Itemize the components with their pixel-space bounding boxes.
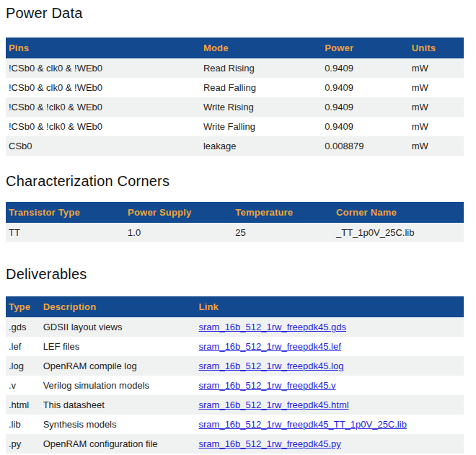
cell-description: OpenRAM compile log xyxy=(40,356,196,376)
table-row: .pyOpenRAM configuration filesram_16b_51… xyxy=(6,434,464,454)
cell-description: Synthesis models xyxy=(40,415,196,434)
cell-mode: leakage xyxy=(200,136,322,156)
cell-corner-name: _TT_1p0V_25C.lib xyxy=(333,223,464,242)
cell-mode: Write Falling xyxy=(200,117,322,136)
cell-mode: Read Falling xyxy=(200,78,322,97)
cell-type: .v xyxy=(6,376,40,395)
cell-pins: !CSb0 & clk0 & !WEb0 xyxy=(6,58,200,78)
cell-description: LEF files xyxy=(40,337,196,356)
cell-link: sram_16b_512_1rw_freepdk45.log xyxy=(196,356,464,376)
cell-units: mW xyxy=(409,136,464,156)
deliverable-link[interactable]: sram_16b_512_1rw_freepdk45.log xyxy=(199,361,344,371)
cell-mode: Write Rising xyxy=(200,97,322,117)
column-header-temperature: Temperature xyxy=(232,202,333,223)
deliverable-link[interactable]: sram_16b_512_1rw_freepdk45.gds xyxy=(199,322,347,332)
power-data-title: Power Data xyxy=(6,6,464,21)
table-row: !CSb0 & !clk0 & WEb0Write Rising0.9409mW xyxy=(6,97,464,117)
table-row: .libSynthesis modelssram_16b_512_1rw_fre… xyxy=(6,415,464,434)
cell-units: mW xyxy=(409,78,464,97)
cell-power: 0.9409 xyxy=(322,58,409,78)
cell-link: sram_16b_512_1rw_freepdk45_TT_1p0V_25C.l… xyxy=(196,415,464,434)
table-row: TT1.025_TT_1p0V_25C.lib xyxy=(6,223,464,242)
cell-description: Verilog simulation models xyxy=(40,376,196,395)
cell-type: .log xyxy=(6,356,40,376)
table-row: .gdsGDSII layout viewssram_16b_512_1rw_f… xyxy=(6,317,464,337)
column-header-power: Power xyxy=(322,37,409,58)
deliverable-link[interactable]: sram_16b_512_1rw_freepdk45.html xyxy=(199,399,349,410)
cell-pins: !CSb0 & clk0 & !WEb0 xyxy=(6,78,200,97)
cell-power: 0.9409 xyxy=(322,97,409,117)
cell-description: OpenRAM configuration file xyxy=(40,434,196,454)
deliverable-link[interactable]: sram_16b_512_1rw_freepdk45_TT_1p0V_25C.l… xyxy=(199,419,407,430)
table-row: CSb0leakage0.008879mW xyxy=(6,136,464,156)
cell-type: .py xyxy=(6,434,40,454)
table-row: .vVerilog simulation modelssram_16b_512_… xyxy=(6,376,464,395)
deliverables-table: TypeDescriptionLink.gdsGDSII layout view… xyxy=(6,296,464,455)
table-row: !CSb0 & !clk0 & WEb0Write Falling0.9409m… xyxy=(6,117,464,136)
column-header-corner-name: Corner Name xyxy=(333,202,464,223)
column-header-power-supply: Power Supply xyxy=(125,202,232,223)
cell-pins: !CSb0 & !clk0 & WEb0 xyxy=(6,117,200,136)
table-row: .lefLEF filessram_16b_512_1rw_freepdk45.… xyxy=(6,337,464,356)
column-header-pins: Pins xyxy=(6,37,200,58)
column-header-units: Units xyxy=(409,37,464,58)
cell-link: sram_16b_512_1rw_freepdk45.html xyxy=(196,395,464,415)
power-data-section: Power Data PinsModePowerUnits!CSb0 & clk… xyxy=(6,6,464,156)
column-header-type: Type xyxy=(6,296,40,317)
header-row: TypeDescriptionLink xyxy=(6,296,464,317)
cell-transistor-type: TT xyxy=(6,223,125,242)
cell-units: mW xyxy=(409,117,464,136)
cell-power: 0.9409 xyxy=(322,78,409,97)
characterization-corners-section: Characterization Corners Transistor Type… xyxy=(6,174,464,242)
cell-temperature: 25 xyxy=(232,223,333,242)
table-row: !CSb0 & clk0 & !WEb0Read Falling0.9409mW xyxy=(6,78,464,97)
column-header-description: Description xyxy=(40,296,196,317)
power-data-table: PinsModePowerUnits!CSb0 & clk0 & !WEb0Re… xyxy=(6,37,464,156)
cell-power: 0.008879 xyxy=(322,136,409,156)
deliverables-title: Deliverables xyxy=(6,267,464,282)
header-row: Transistor TypePower SupplyTemperatureCo… xyxy=(6,202,464,223)
cell-power: 0.9409 xyxy=(322,117,409,136)
deliverables-section: Deliverables TypeDescriptionLink.gdsGDSI… xyxy=(6,267,464,455)
cell-pins: CSb0 xyxy=(6,136,200,156)
characterization-corners-title: Characterization Corners xyxy=(6,174,464,189)
cell-link: sram_16b_512_1rw_freepdk45.gds xyxy=(196,317,464,337)
table-row: .logOpenRAM compile logsram_16b_512_1rw_… xyxy=(6,356,464,376)
cell-link: sram_16b_512_1rw_freepdk45.lef xyxy=(196,337,464,356)
cell-units: mW xyxy=(409,58,464,78)
cell-description: GDSII layout views xyxy=(40,317,196,337)
cell-description: This datasheet xyxy=(40,395,196,415)
deliverable-link[interactable]: sram_16b_512_1rw_freepdk45.lef xyxy=(199,341,341,352)
cell-type: .lib xyxy=(6,415,40,434)
deliverable-link[interactable]: sram_16b_512_1rw_freepdk45.v xyxy=(199,380,336,391)
cell-mode: Read Rising xyxy=(200,58,322,78)
characterization-corners-table: Transistor TypePower SupplyTemperatureCo… xyxy=(6,202,464,242)
cell-power-supply: 1.0 xyxy=(125,223,232,242)
cell-type: .lef xyxy=(6,337,40,356)
cell-link: sram_16b_512_1rw_freepdk45.py xyxy=(196,434,464,454)
column-header-link: Link xyxy=(196,296,464,317)
cell-type: .gds xyxy=(6,317,40,337)
cell-pins: !CSb0 & !clk0 & WEb0 xyxy=(6,97,200,117)
cell-type: .html xyxy=(6,395,40,415)
cell-units: mW xyxy=(409,97,464,117)
table-row: !CSb0 & clk0 & !WEb0Read Rising0.9409mW xyxy=(6,58,464,78)
deliverable-link[interactable]: sram_16b_512_1rw_freepdk45.py xyxy=(199,438,341,449)
header-row: PinsModePowerUnits xyxy=(6,37,464,58)
table-row: .htmlThis datasheetsram_16b_512_1rw_free… xyxy=(6,395,464,415)
column-header-transistor-type: Transistor Type xyxy=(6,202,125,223)
column-header-mode: Mode xyxy=(200,37,322,58)
cell-link: sram_16b_512_1rw_freepdk45.v xyxy=(196,376,464,395)
